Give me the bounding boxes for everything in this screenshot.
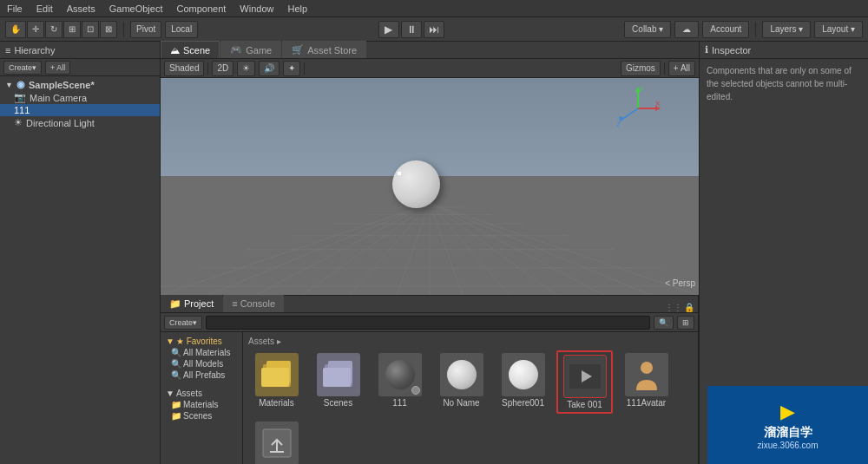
- menu-item-help[interactable]: Help: [284, 3, 311, 14]
- hierarchy-item-dirlight[interactable]: ☀ Directional Light: [0, 116, 160, 129]
- favorites-item-models[interactable]: 🔍 All Models: [164, 358, 239, 369]
- asset-materials[interactable]: Materials: [248, 350, 305, 414]
- assets-arrow-icon: ▼: [166, 389, 174, 398]
- favorites-title: ★ Favorites: [176, 337, 222, 346]
- 111avatar-thumb: [625, 353, 668, 396]
- collab-button[interactable]: Collab ▾: [624, 21, 671, 38]
- tab-scene[interactable]: ⛰ Scene: [161, 41, 220, 58]
- watermark-brand: 溜溜自学: [764, 425, 812, 441]
- sphere001-label: Sphere001: [502, 398, 544, 408]
- asset-111avatar[interactable]: 111Avatar: [618, 350, 674, 414]
- asset-noname[interactable]: No Name: [433, 350, 490, 414]
- scene-sep-3: [664, 62, 665, 75]
- scene-all-button[interactable]: + All: [668, 61, 695, 76]
- hierarchy-create-button[interactable]: Create▾: [3, 61, 42, 75]
- 111export-thumb: [255, 422, 299, 464]
- pivot-button[interactable]: Pivot: [130, 21, 161, 38]
- project-filter-btn[interactable]: ⊞: [677, 316, 694, 330]
- hand-tool-button[interactable]: ✋: [5, 21, 26, 38]
- watermark: ▶ 溜溜自学 zixue.3066.com: [707, 386, 868, 464]
- step-button[interactable]: ⏭: [424, 21, 444, 38]
- transform-tool-button[interactable]: ⊠: [100, 21, 117, 38]
- favorites-sidebar: ▼ ★ Favorites 🔍 All Materials 🔍 All Mode…: [161, 332, 243, 464]
- tab-project[interactable]: 📁 Project: [161, 295, 222, 312]
- tab-asset-store[interactable]: 🛒 Asset Store: [282, 41, 366, 58]
- project-search-input[interactable]: [206, 316, 650, 330]
- svg-rect-31: [261, 368, 289, 387]
- project-tab-lock[interactable]: 🔒: [684, 303, 694, 312]
- menu-item-component[interactable]: Component: [173, 3, 229, 14]
- assets-tree-section: ▼ Assets 📁 Materials 📁 Scenes: [161, 386, 242, 423]
- layout-button[interactable]: Layout ▾: [814, 21, 863, 38]
- hierarchy-item-111[interactable]: 111: [0, 104, 160, 116]
- scenes-thumb: [317, 353, 360, 396]
- menu-item-file[interactable]: File: [3, 3, 26, 14]
- star-icon: ▼: [166, 337, 174, 346]
- hierarchy-all-button[interactable]: + All: [45, 61, 70, 75]
- asset-sphere001[interactable]: Sphere001: [495, 350, 551, 414]
- scene-name: SampleScene*: [29, 80, 95, 90]
- camera-label: Main Camera: [30, 93, 87, 103]
- assets-tree-materials[interactable]: 📁 Materials: [164, 399, 239, 410]
- favorites-item-materials[interactable]: 🔍 All Materials: [164, 347, 239, 358]
- noname-thumb: [440, 353, 483, 396]
- cloud-button[interactable]: ☁: [674, 21, 699, 38]
- gizmos-button[interactable]: Gizmos: [621, 61, 661, 76]
- pause-button[interactable]: ⏸: [401, 21, 422, 38]
- hierarchy-title: Hierarchy: [14, 45, 55, 56]
- svg-text:Y: Y: [640, 85, 645, 93]
- asset-take001[interactable]: Take 001: [556, 350, 613, 414]
- rotate-tool-button[interactable]: ↻: [45, 21, 62, 38]
- shading-button[interactable]: Shaded: [164, 61, 204, 76]
- asset-111[interactable]: 111: [372, 350, 428, 414]
- menu-item-window[interactable]: Window: [236, 3, 277, 14]
- scale-tool-button[interactable]: ⊞: [63, 21, 81, 38]
- assets-tree-scenes[interactable]: 📁 Scenes: [164, 410, 239, 422]
- scene-sphere[interactable]: [392, 160, 440, 208]
- transform-buttons: ✋ ✛ ↻ ⊞ ⊡ ⊠: [5, 21, 117, 38]
- inspector-title: Inspector: [712, 45, 751, 56]
- 2d-button[interactable]: 2D: [212, 61, 233, 76]
- menu-item-edit[interactable]: Edit: [33, 3, 56, 14]
- inspector-tab[interactable]: ℹ Inspector: [700, 42, 868, 59]
- project-tab-dots[interactable]: ⋮⋮: [665, 303, 682, 312]
- separator-2: [755, 22, 756, 37]
- folder-sm-icon-2: 📁: [171, 411, 181, 421]
- account-button[interactable]: Account: [702, 21, 749, 38]
- favorites-item-prefabs[interactable]: 🔍 All Prefabs: [164, 369, 239, 381]
- search-sm-icon: 🔍: [171, 348, 181, 357]
- watermark-url: zixue.3066.com: [757, 441, 818, 450]
- search-sm-icon-3: 🔍: [171, 370, 181, 380]
- local-button[interactable]: Local: [165, 21, 198, 38]
- hierarchy-item-camera[interactable]: 📷 Main Camera: [0, 91, 160, 104]
- scene-view[interactable]: Y X Z < Persp: [161, 78, 699, 295]
- assets-materials-label: Materials: [183, 400, 219, 409]
- sphere001-thumb: [502, 353, 545, 396]
- favorites-section: ▼ ★ Favorites 🔍 All Materials 🔍 All Mode…: [161, 334, 242, 382]
- gizmo-axes[interactable]: Y X Z: [615, 85, 662, 133]
- tab-game[interactable]: 🎮 Game: [220, 41, 281, 58]
- svg-rect-34: [323, 368, 351, 387]
- effects-button[interactable]: ✦: [283, 61, 300, 76]
- rect-tool-button[interactable]: ⊡: [82, 21, 99, 38]
- inspector-content: Components that are only on some of the …: [700, 59, 868, 108]
- project-create-button[interactable]: Create▾: [164, 316, 202, 330]
- project-search-btn[interactable]: 🔍: [654, 316, 674, 330]
- tab-console[interactable]: ≡ Console: [223, 295, 284, 312]
- hierarchy-scene[interactable]: ▼ ◉ SampleScene*: [0, 78, 160, 91]
- asset-scenes[interactable]: Scenes: [310, 350, 366, 414]
- layers-button[interactable]: Layers ▾: [762, 21, 811, 38]
- move-tool-button[interactable]: ✛: [27, 21, 44, 38]
- hierarchy-tab[interactable]: ≡ Hierarchy: [0, 42, 160, 59]
- assets-tree-header[interactable]: ▼ Assets: [164, 388, 239, 399]
- materials-thumb: [255, 353, 299, 396]
- assets-scenes-label: Scenes: [183, 411, 212, 421]
- scene-tab-icon: ⛰: [170, 45, 180, 56]
- audio-button[interactable]: 🔊: [259, 61, 279, 76]
- lighting-button[interactable]: ☀: [237, 61, 255, 76]
- menu-item-assets[interactable]: Assets: [63, 3, 99, 14]
- favorites-header[interactable]: ▼ ★ Favorites: [164, 336, 239, 347]
- asset-111-export[interactable]: 111: [248, 419, 305, 464]
- menu-item-gameobject[interactable]: GameObject: [106, 3, 167, 14]
- play-button[interactable]: ▶: [378, 21, 399, 38]
